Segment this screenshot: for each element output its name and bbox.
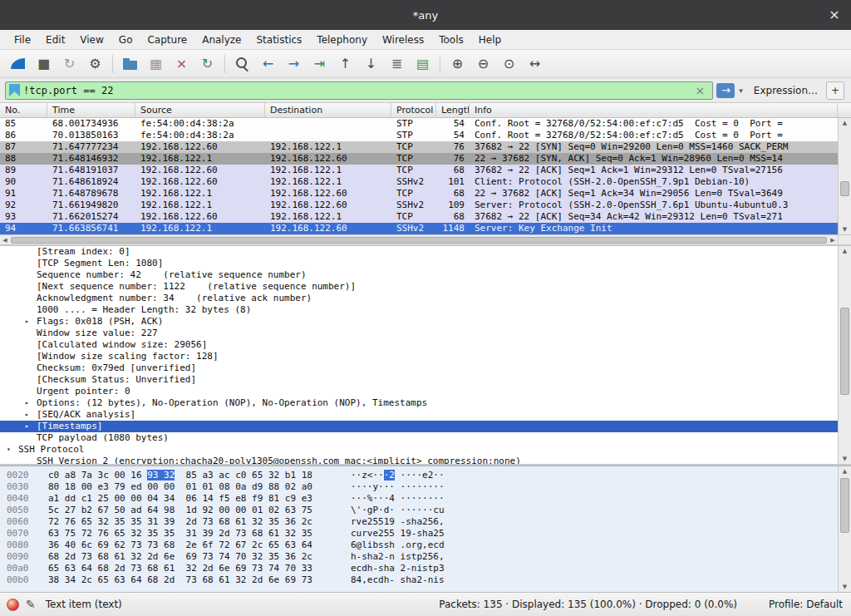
start-capture-button[interactable] <box>5 52 31 76</box>
reload-capture-file-button[interactable]: ↻ <box>194 52 220 76</box>
scrollbar-thumb[interactable] <box>840 308 849 395</box>
filter-bookmark-icon[interactable] <box>9 84 20 96</box>
hex-row-0040[interactable]: 0040a1 dd c1 25 00 00 04 34 06 14 f5 e8 … <box>0 493 838 505</box>
hex-row-0030[interactable]: 003080 18 00 e3 79 ed 00 00 01 01 08 0a … <box>0 481 838 493</box>
filter-add-button[interactable]: + <box>826 81 844 100</box>
restart-capture-button[interactable]: ↻ <box>57 52 82 76</box>
go-forward-button[interactable]: → <box>281 52 307 76</box>
open-capture-file-button[interactable] <box>117 52 143 76</box>
detail-line[interactable]: Acknowledgment number: 34 (relative ack … <box>0 293 838 304</box>
zoom-out-button[interactable]: ⊖ <box>470 52 496 76</box>
status-profile[interactable]: Profile: Default <box>769 599 844 610</box>
save-capture-file-button[interactable]: ▦ <box>143 52 169 76</box>
detail-line[interactable]: Checksum: 0x79ed [unverified] <box>0 362 838 374</box>
column-header-source[interactable]: Source <box>135 103 265 117</box>
menu-help[interactable]: Help <box>471 32 509 48</box>
menu-capture[interactable]: Capture <box>140 32 194 48</box>
scrollbar-track[interactable] <box>839 476 851 582</box>
hex-row-0080[interactable]: 008036 40 6c 69 62 73 73 68 2e 6f 72 67 … <box>0 540 838 551</box>
scroll-down-icon[interactable]: ▼ <box>839 582 851 592</box>
packet-row-86[interactable]: 8670.013850163fe:54:00:d4:38:2aSTP54Conf… <box>0 130 838 141</box>
menu-analyze[interactable]: Analyze <box>194 32 248 48</box>
scrollbar-track[interactable] <box>839 256 851 454</box>
detail-line[interactable]: [Calculated window size: 29056] <box>0 339 838 351</box>
expression-button[interactable]: Expression… <box>754 85 818 96</box>
colorize-packets-button[interactable]: ▤ <box>410 52 435 76</box>
packet-row-85[interactable]: 8568.001734936fe:54:00:d4:38:2aSTP54Conf… <box>0 118 838 130</box>
scroll-up-icon[interactable]: ▲ <box>839 466 851 476</box>
detail-line[interactable]: ▸[Timestamps] <box>0 421 838 432</box>
column-header-length[interactable]: Length <box>436 103 470 117</box>
column-header-destination[interactable]: Destination <box>265 103 391 117</box>
scroll-up-icon[interactable]: ▲ <box>839 118 851 128</box>
find-packet-button[interactable] <box>229 52 255 76</box>
expander-icon[interactable]: ▸ <box>25 421 37 432</box>
zoom-original-button[interactable]: ⊙ <box>496 52 522 76</box>
detail-line[interactable]: ▸[SEQ/ACK analysis] <box>0 409 838 421</box>
detail-line[interactable]: [Next sequence number: 1122 (relative se… <box>0 281 838 293</box>
detail-line[interactable]: Window size value: 227 <box>0 328 838 339</box>
filter-clear-icon[interactable]: × <box>690 84 711 97</box>
zoom-in-button[interactable]: ⊕ <box>445 52 470 76</box>
hex-row-0020[interactable]: 0020c0 a8 7a 3c 00 16 93 32 85 a3 ac c0 … <box>0 470 838 481</box>
hex-row-0090[interactable]: 009068 2d 73 68 61 32 2d 6e 69 73 74 70 … <box>0 551 838 563</box>
detail-line[interactable]: 1000 .... = Header Length: 32 bytes (8) <box>0 304 838 316</box>
packet-list-vscrollbar[interactable]: ▲ ▼ <box>838 118 851 234</box>
detail-line[interactable]: Sequence number: 42 (relative sequence n… <box>0 269 838 281</box>
bytes-vscrollbar[interactable]: ▲ ▼ <box>838 466 851 592</box>
details-vscrollbar[interactable]: ▲ ▼ <box>838 246 851 464</box>
close-capture-file-button[interactable]: × <box>169 52 194 76</box>
detail-line[interactable]: [Checksum Status: Unverified] <box>0 374 838 386</box>
column-header-time[interactable]: Time <box>47 103 135 117</box>
menu-go[interactable]: Go <box>111 32 140 48</box>
column-header-protocol[interactable]: Protocol <box>391 103 436 117</box>
packet-row-91[interactable]: 9171.648789678192.168.122.1192.168.122.6… <box>0 188 838 200</box>
menu-edit[interactable]: Edit <box>38 32 72 48</box>
filter-dropdown-icon[interactable]: ▾ <box>735 86 747 95</box>
expert-info-icon[interactable] <box>7 599 19 611</box>
display-filter-text[interactable]: !tcp.port == 22 <box>23 85 690 96</box>
column-header-no[interactable]: No. <box>0 103 47 117</box>
go-last-packet-button[interactable]: ↓ <box>358 52 384 76</box>
hex-row-0070[interactable]: 007063 75 72 76 65 32 35 35 31 39 2d 73 … <box>0 528 838 540</box>
stop-capture-button[interactable]: ■ <box>31 52 57 76</box>
detail-line[interactable]: TCP payload (1080 bytes) <box>0 432 838 444</box>
menu-tools[interactable]: Tools <box>431 32 471 48</box>
scroll-down-icon[interactable]: ▼ <box>839 224 851 234</box>
packet-row-94[interactable]: 9471.663856741192.168.122.1192.168.122.6… <box>0 223 838 234</box>
packet-row-90[interactable]: 9071.648618924192.168.122.60192.168.122.… <box>0 176 838 188</box>
auto-scroll-button[interactable]: ≣ <box>384 52 410 76</box>
close-window-button[interactable]: × <box>826 7 843 23</box>
scrollbar-thumb[interactable] <box>840 181 849 196</box>
expander-icon[interactable]: ▸ <box>25 316 37 328</box>
menu-statistics[interactable]: Statistics <box>248 32 309 48</box>
display-filter-input[interactable]: !tcp.port == 22 × <box>5 81 713 100</box>
filter-apply-button[interactable]: → <box>716 83 735 98</box>
capture-comment-icon[interactable]: ✎ <box>26 598 36 611</box>
go-first-packet-button[interactable]: ↑ <box>332 52 358 76</box>
menu-view[interactable]: View <box>72 32 111 48</box>
scroll-down-icon[interactable]: ▼ <box>839 454 851 464</box>
column-header-info[interactable]: Info <box>470 103 838 117</box>
hex-row-0060[interactable]: 006072 76 65 32 35 35 31 39 2d 73 68 61 … <box>0 516 838 528</box>
packet-list-hscrollbar[interactable]: ◀ ▶ <box>0 234 838 244</box>
hscrollbar-thumb[interactable] <box>11 237 827 244</box>
detail-line[interactable]: ▸Flags: 0x018 (PSH, ACK) <box>0 316 838 328</box>
scroll-right-icon[interactable]: ▶ <box>828 237 838 244</box>
packet-row-88[interactable]: 8871.648146932192.168.122.1192.168.122.6… <box>0 153 838 165</box>
hex-row-0050[interactable]: 00505c 27 b2 67 50 ad 64 98 1d 92 00 00 … <box>0 505 838 516</box>
capture-options-button[interactable]: ⚙ <box>82 52 108 76</box>
go-to-packet-button[interactable]: ⇥ <box>307 52 332 76</box>
scroll-left-icon[interactable]: ◀ <box>0 237 10 244</box>
packet-row-92[interactable]: 9271.661949820192.168.122.1192.168.122.6… <box>0 200 838 211</box>
scrollbar-track[interactable] <box>839 128 851 224</box>
scroll-up-icon[interactable]: ▲ <box>839 246 851 256</box>
menu-telephony[interactable]: Telephony <box>309 32 375 48</box>
packet-row-87[interactable]: 8771.647777234192.168.122.60192.168.122.… <box>0 141 838 153</box>
detail-line[interactable]: [TCP Segment Len: 1080] <box>0 258 838 269</box>
hex-row-00b0[interactable]: 00b038 34 2c 65 63 64 68 2d 73 68 61 32 … <box>0 574 838 586</box>
menu-wireless[interactable]: Wireless <box>375 32 431 48</box>
expander-icon[interactable]: ▸ <box>25 409 37 421</box>
go-back-button[interactable]: ← <box>255 52 281 76</box>
detail-line[interactable]: ▾SSH Protocol <box>0 444 838 456</box>
